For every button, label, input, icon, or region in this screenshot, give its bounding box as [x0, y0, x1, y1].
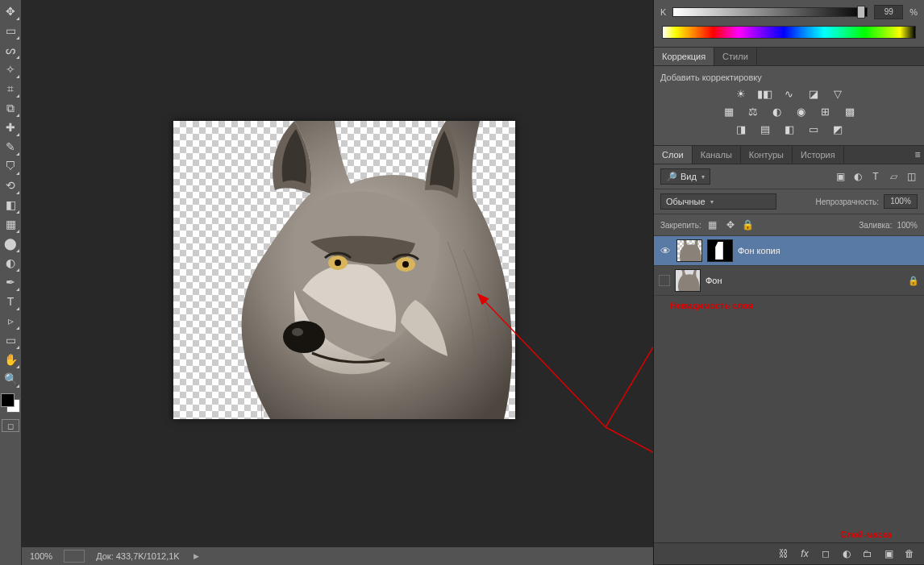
right-panels: K 99 % Коррекция Стили Добавить корректи… [653, 0, 924, 565]
photo-filter-icon[interactable]: ◉ [793, 105, 810, 118]
clone-stamp-tool[interactable]: ⛉ [2, 157, 19, 175]
svg-line-7 [606, 316, 653, 427]
eyedropper-tool[interactable]: ⧉ [2, 99, 19, 117]
svg-point-0 [283, 321, 325, 353]
healing-brush-tool[interactable]: ✚ [2, 118, 19, 136]
layer-thumbnail[interactable] [675, 269, 701, 292]
zoom-level[interactable]: 100% [30, 551, 52, 561]
gradient-tool[interactable]: ▦ [2, 215, 19, 233]
svg-point-5 [402, 261, 409, 268]
curves-icon[interactable]: ∿ [781, 87, 797, 100]
tab-layers[interactable]: Слои [654, 146, 693, 164]
lock-icon: 🔒 [908, 276, 919, 286]
filter-image-icon[interactable]: ▣ [834, 170, 847, 183]
hand-tool[interactable]: ✋ [2, 351, 19, 368]
marquee-tool[interactable]: ▭ [2, 22, 19, 39]
layer-thumbnail[interactable] [676, 239, 702, 262]
channel-mixer-icon[interactable]: ⊞ [818, 105, 834, 118]
svg-line-8 [606, 427, 653, 545]
history-brush-tool[interactable]: ⟲ [2, 177, 19, 194]
color-lookup-icon[interactable]: ▩ [842, 105, 858, 118]
selective-color-icon[interactable]: ◩ [830, 123, 846, 135]
layer-row[interactable]: 👁 Фон копия [654, 236, 924, 266]
brightness-contrast-icon[interactable]: ☀ [733, 87, 749, 100]
type-tool[interactable]: T [2, 293, 19, 310]
panel-menu-icon[interactable]: ≡ [911, 148, 924, 161]
document-canvas[interactable] [173, 121, 515, 419]
canvas-area[interactable] [22, 0, 653, 546]
levels-icon[interactable]: ▮◧ [757, 87, 773, 100]
layers-footer: ⛓ fx ◻ ◐ 🗀 ▣ 🗑 [654, 542, 924, 564]
layer-filter-kind[interactable]: 🔎 Вид▾ [660, 168, 710, 185]
bw-icon[interactable]: ◐ [769, 105, 785, 118]
color-spectrum[interactable] [662, 26, 916, 39]
shape-tool[interactable]: ▭ [2, 331, 19, 349]
posterize-icon[interactable]: ▤ [757, 123, 773, 135]
vibrance-icon[interactable]: ▽ [830, 87, 846, 100]
crop-tool[interactable]: ⌗ [2, 80, 19, 98]
add-mask-icon[interactable]: ◻ [819, 547, 832, 560]
delete-layer-icon[interactable]: 🗑 [903, 547, 916, 560]
layer-name[interactable]: Фон копия [738, 246, 919, 255]
layer-fx-icon[interactable]: fx [798, 547, 811, 560]
tab-corrections[interactable]: Коррекция [654, 48, 714, 65]
new-group-icon[interactable]: 🗀 [861, 547, 874, 560]
image-wolf [173, 121, 515, 419]
opacity-label: Непрозрачность: [815, 197, 879, 206]
lasso-tool[interactable]: ᔕ [2, 41, 19, 59]
blend-mode-select[interactable]: Обычные▾ [660, 193, 776, 210]
add-adjustment-label: Добавить корректировку [660, 73, 918, 82]
percent-label: % [909, 7, 918, 17]
new-adjustment-icon[interactable]: ◐ [840, 547, 853, 560]
tab-channels[interactable]: Каналы [693, 146, 741, 164]
thumbnail-icon[interactable] [64, 550, 85, 563]
lock-all-icon[interactable]: 🔒 [742, 218, 755, 231]
filter-type-icon[interactable]: T [869, 170, 882, 183]
k-value[interactable]: 99 [874, 5, 903, 19]
tab-styles[interactable]: Стили [714, 48, 757, 65]
color-swatches[interactable] [1, 393, 20, 413]
move-tool[interactable]: ✥ [2, 2, 19, 20]
annotation-hidden-layer: Невидимость слоя [670, 301, 753, 310]
tab-history[interactable]: История [793, 146, 844, 164]
opacity-value[interactable]: 100% [884, 194, 918, 209]
visibility-toggle[interactable] [659, 275, 670, 286]
quick-mask-toggle[interactable]: ◻ [2, 419, 19, 432]
k-slider[interactable] [672, 7, 868, 17]
filter-smart-icon[interactable]: ◫ [905, 170, 918, 183]
magic-wand-tool[interactable]: ✧ [2, 60, 19, 78]
color-panel: K 99 % [654, 0, 924, 48]
eraser-tool[interactable]: ◧ [2, 196, 19, 214]
fill-label: Заливка: [859, 221, 892, 230]
status-bar: 100% Док: 433,7K/1012,1K ▶ [22, 546, 653, 565]
pen-tool[interactable]: ✒ [2, 273, 19, 291]
svg-point-3 [335, 260, 341, 266]
filter-adjust-icon[interactable]: ◐ [851, 170, 864, 183]
zoom-tool[interactable]: 🔍 [2, 370, 19, 388]
gradient-map-icon[interactable]: ▭ [805, 123, 822, 135]
hue-sat-icon[interactable]: ▦ [721, 105, 737, 118]
fill-value[interactable]: 100% [897, 221, 918, 230]
dodge-tool[interactable]: ◐ [2, 254, 19, 272]
lock-position-icon[interactable]: ✥ [724, 218, 737, 231]
layer-row[interactable]: Фон 🔒 [654, 266, 924, 296]
invert-icon[interactable]: ◨ [733, 123, 749, 135]
exposure-icon[interactable]: ◪ [805, 87, 822, 100]
color-balance-icon[interactable]: ⚖ [745, 105, 761, 118]
new-layer-icon[interactable]: ▣ [882, 547, 895, 560]
k-channel-label: K [660, 7, 666, 17]
path-selection-tool[interactable]: ▹ [2, 312, 19, 330]
doc-info-menu[interactable]: ▶ [194, 552, 199, 560]
lock-pixels-icon[interactable]: ▦ [706, 218, 719, 231]
tools-toolbar: ✥ ▭ ᔕ ✧ ⌗ ⧉ ✚ ✎ ⛉ ⟲ ◧ ▦ ⬤ ◐ ✒ T ▹ ▭ ✋ 🔍 … [0, 0, 22, 565]
annotation-layer-mask: Слой-маска [840, 530, 892, 539]
threshold-icon[interactable]: ◧ [781, 123, 797, 135]
layer-name[interactable]: Фон [705, 276, 903, 285]
mask-thumbnail[interactable] [707, 239, 733, 262]
filter-shape-icon[interactable]: ▱ [887, 170, 900, 183]
link-layers-icon[interactable]: ⛓ [777, 547, 790, 560]
tab-paths[interactable]: Контуры [741, 146, 793, 164]
blur-tool[interactable]: ⬤ [2, 235, 19, 252]
brush-tool[interactable]: ✎ [2, 138, 19, 156]
visibility-toggle[interactable]: 👁 [659, 244, 672, 257]
